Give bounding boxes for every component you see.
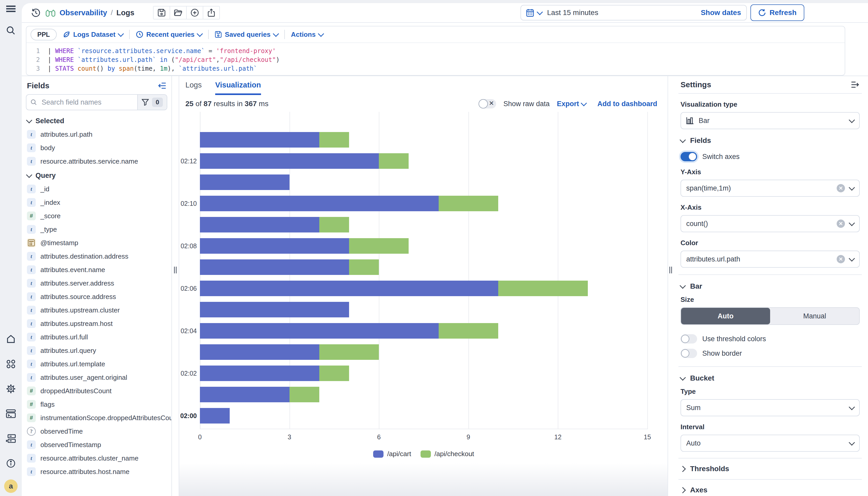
info-icon[interactable] xyxy=(0,454,22,472)
field-item[interactable]: tattributes.upstream.host xyxy=(26,317,167,330)
editor-line[interactable]: 3| STATS count() by span(time, 1m), `att… xyxy=(27,64,845,73)
query-language-pill[interactable]: PPL xyxy=(31,29,57,41)
field-item[interactable]: tbody xyxy=(26,141,167,155)
bar-segment[interactable] xyxy=(379,153,409,169)
field-item[interactable]: tattributes.url.template xyxy=(26,357,167,371)
add-to-dashboard-button[interactable]: Add to dashboard xyxy=(598,100,657,108)
field-search-input[interactable] xyxy=(41,98,133,107)
breadcrumb-app[interactable]: Observability xyxy=(60,9,107,17)
bar-segment[interactable] xyxy=(200,153,379,169)
field-item[interactable]: @timestamp xyxy=(26,236,167,250)
bar-segment[interactable] xyxy=(439,196,498,211)
field-item[interactable]: tresource.attributes.service.name xyxy=(26,155,167,168)
settings-gear-icon[interactable] xyxy=(0,380,22,398)
show-dates-button[interactable]: Show dates xyxy=(701,9,741,17)
editor-line[interactable]: 2| WHERE `attributes.url.path` in ("/api… xyxy=(27,56,845,64)
bar-segment[interactable] xyxy=(319,132,349,148)
editor-line[interactable]: 1| WHERE `resource.attributes.service.na… xyxy=(27,47,845,56)
bar-segment[interactable] xyxy=(349,238,409,254)
time-range-value[interactable]: Last 15 minutes xyxy=(547,9,599,17)
size-option-manual[interactable]: Manual xyxy=(770,308,859,324)
panel-resizer-left[interactable] xyxy=(172,76,179,496)
menu-icon[interactable] xyxy=(0,0,22,18)
bar-segment[interactable] xyxy=(200,302,349,317)
save-icon[interactable] xyxy=(154,6,170,19)
field-item[interactable]: t_type xyxy=(26,223,167,236)
bar-segment[interactable] xyxy=(200,238,349,254)
show-raw-data-toggle[interactable]: ✕ xyxy=(479,99,496,108)
field-section-header[interactable]: Selected xyxy=(26,113,167,128)
open-folder-icon[interactable] xyxy=(170,6,187,19)
bar-segment[interactable] xyxy=(200,281,498,296)
recent-queries-menu[interactable]: Recent queries xyxy=(136,31,202,38)
home-icon[interactable] xyxy=(0,330,22,348)
ppl-query-editor[interactable]: 1| WHERE `resource.attributes.service.na… xyxy=(27,43,845,73)
field-item[interactable]: tresource.attributes.cluster_name xyxy=(26,451,167,465)
legend-item[interactable]: /api/checkout xyxy=(420,450,474,458)
bar-segment[interactable] xyxy=(200,387,290,402)
bar-segment[interactable] xyxy=(319,217,349,232)
field-item[interactable]: tattributes.source.address xyxy=(26,290,167,304)
clear-icon[interactable]: ✕ xyxy=(837,255,845,263)
new-item-icon[interactable] xyxy=(187,6,203,19)
add-panel-icon[interactable] xyxy=(0,430,22,447)
dev-tools-icon[interactable] xyxy=(0,405,22,422)
bar-segment[interactable] xyxy=(200,366,319,381)
field-item[interactable]: tattributes.url.full xyxy=(26,330,167,344)
history-icon[interactable] xyxy=(31,8,41,17)
saved-queries-menu[interactable]: Saved queries xyxy=(215,31,278,38)
field-item[interactable]: tattributes.upstream.cluster xyxy=(26,304,167,317)
bar-segment[interactable] xyxy=(200,259,349,275)
field-item[interactable]: t_id xyxy=(26,182,167,196)
refresh-button[interactable]: Refresh xyxy=(750,4,804,21)
y-axis-select[interactable]: span(time,1m) ✕ xyxy=(681,180,860,197)
calendar-icon[interactable] xyxy=(526,9,534,17)
field-item[interactable]: tattributes.event.name xyxy=(26,263,167,277)
tab-visualization[interactable]: Visualization xyxy=(215,81,261,95)
bar-segment[interactable] xyxy=(200,408,230,423)
field-item[interactable]: t_index xyxy=(26,196,167,209)
field-item[interactable]: ?observedTime xyxy=(26,424,167,438)
clear-icon[interactable]: ✕ xyxy=(837,184,845,192)
bar-segment[interactable] xyxy=(290,387,319,402)
field-item[interactable]: #flags xyxy=(26,398,167,411)
use-threshold-colors-toggle[interactable] xyxy=(681,334,697,343)
bar-segment[interactable] xyxy=(349,259,379,275)
interval-select[interactable]: Auto xyxy=(681,435,860,452)
field-section-header[interactable]: Query xyxy=(26,168,167,182)
field-item[interactable]: #droppedAttributesCount xyxy=(26,384,167,398)
bucket-section-toggle[interactable]: Bucket xyxy=(681,367,860,384)
axes-section-toggle[interactable]: Axes xyxy=(681,480,860,496)
bar-segment[interactable] xyxy=(200,217,319,232)
thresholds-section-toggle[interactable]: Thresholds xyxy=(681,459,860,479)
actions-menu[interactable]: Actions xyxy=(291,31,323,38)
color-select[interactable]: attributes.url.path ✕ xyxy=(681,251,860,268)
show-border-toggle[interactable] xyxy=(681,349,697,358)
bucket-type-select[interactable]: Sum xyxy=(681,399,860,416)
viz-type-select[interactable]: Bar xyxy=(681,112,860,129)
collapse-settings-icon[interactable] xyxy=(851,81,860,88)
field-item[interactable]: tattributes.url.path xyxy=(26,128,167,141)
field-item[interactable]: tattributes.server.address xyxy=(26,277,167,290)
bar-segment[interactable] xyxy=(439,323,498,339)
bar-segment[interactable] xyxy=(319,344,379,360)
dataset-selector[interactable]: Logs Dataset xyxy=(63,31,123,38)
legend-item[interactable]: /api/cart xyxy=(373,450,411,458)
field-item[interactable]: tattributes.destination.address xyxy=(26,250,167,263)
bar-segment[interactable] xyxy=(498,281,588,296)
time-range-picker[interactable]: Last 15 minutes Show dates xyxy=(521,5,747,20)
x-axis-select[interactable]: count() ✕ xyxy=(681,215,860,232)
field-item[interactable]: tresource.attributes.host.name xyxy=(26,465,167,478)
switch-axes-toggle[interactable] xyxy=(681,152,697,161)
tab-logs[interactable]: Logs xyxy=(185,81,202,95)
field-item[interactable]: #_score xyxy=(26,209,167,223)
field-item[interactable]: tobservedTimestamp xyxy=(26,438,167,451)
bar-segment[interactable] xyxy=(200,174,290,190)
bar-segment[interactable] xyxy=(200,323,439,339)
bar-segment[interactable] xyxy=(200,196,439,211)
apps-icon[interactable] xyxy=(0,355,22,373)
search-icon[interactable] xyxy=(0,22,22,40)
field-filter-button[interactable]: 0 xyxy=(137,95,167,110)
bar-segment[interactable] xyxy=(200,344,319,360)
field-item[interactable]: tattributes.user_agent.original xyxy=(26,371,167,384)
